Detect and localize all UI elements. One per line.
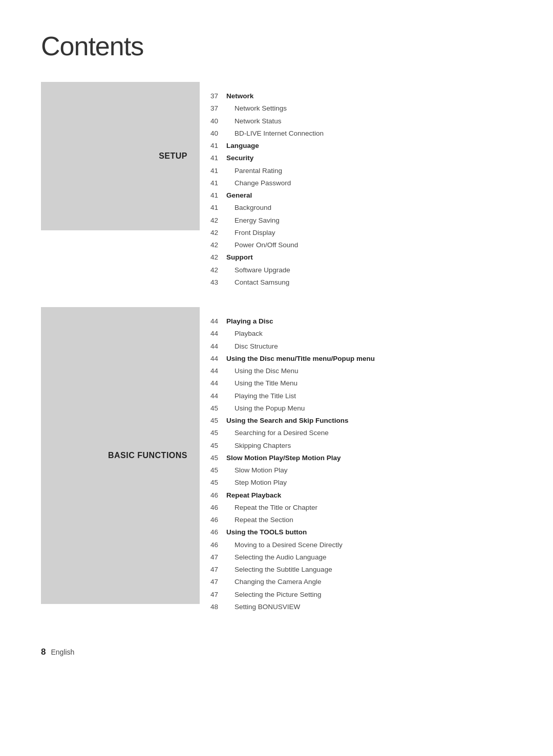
toc-text: Network Status xyxy=(226,116,282,126)
toc-content-basic-functions: 44Playing a Disc44Playback44Disc Structu… xyxy=(200,307,512,621)
toc-text: Selecting the Audio Language xyxy=(226,552,326,563)
toc-text: Step Motion Play xyxy=(226,478,287,488)
toc-entry: 46Repeat Playback xyxy=(200,489,512,502)
toc-number: 41 xyxy=(200,179,226,187)
toc-entry: 42Front Display xyxy=(200,227,512,239)
toc-entry: 44Playing a Disc xyxy=(200,315,512,328)
page-title: Contents xyxy=(41,31,512,61)
toc-number: 43 xyxy=(200,278,226,286)
toc-entry: 46Repeat the Title or Chapter xyxy=(200,502,512,514)
toc-text: Network xyxy=(226,91,253,101)
toc-entry: 37Network xyxy=(200,90,512,102)
toc-entry: 46Repeat the Section xyxy=(200,514,512,526)
toc-number: 46 xyxy=(200,516,226,524)
toc-entry: 44Using the Disc menu/Title menu/Popup m… xyxy=(200,353,512,365)
toc-number: 41 xyxy=(200,191,226,199)
toc-number: 44 xyxy=(200,367,226,375)
toc-text: Security xyxy=(226,153,253,163)
toc-number: 44 xyxy=(200,379,226,387)
toc-entry: 42Software Upgrade xyxy=(200,264,512,276)
toc-entry: 47Selecting the Picture Setting xyxy=(200,589,512,601)
section-label-setup: SETUP xyxy=(159,152,187,161)
toc-text: Skipping Chapters xyxy=(226,441,291,451)
toc-entry: 40BD-LIVE Internet Connection xyxy=(200,127,512,140)
toc-entry: 37Network Settings xyxy=(200,102,512,115)
toc-text: Using the Popup Menu xyxy=(226,403,305,414)
toc-entry: 41General xyxy=(200,189,512,202)
toc-number: 45 xyxy=(200,404,226,412)
toc-text: Disc Structure xyxy=(226,341,278,352)
toc-number: 47 xyxy=(200,553,226,561)
toc-number: 47 xyxy=(200,591,226,598)
toc-number: 45 xyxy=(200,454,226,462)
toc-number: 45 xyxy=(200,429,226,437)
toc-entry: 47Selecting the Audio Language xyxy=(200,551,512,564)
toc-text: Playing the Title List xyxy=(226,391,296,401)
toc-number: 41 xyxy=(200,142,226,149)
toc-number: 45 xyxy=(200,479,226,486)
toc-text: Language xyxy=(226,141,259,151)
toc-number: 46 xyxy=(200,491,226,499)
toc-entry: 41Background xyxy=(200,202,512,214)
toc-number: 45 xyxy=(200,442,226,449)
toc-entry: 45Using the Popup Menu xyxy=(200,402,512,415)
toc-entry: 41Parental Rating xyxy=(200,165,512,177)
toc-text: Changing the Camera Angle xyxy=(226,577,322,587)
toc-number: 37 xyxy=(200,104,226,112)
toc-number: 37 xyxy=(200,92,226,100)
toc-number: 40 xyxy=(200,117,226,125)
toc-text: General xyxy=(226,190,252,201)
toc-entry: 45Slow Motion Play xyxy=(200,464,512,477)
section-row-basic-functions: BASIC FUNCTIONS44Playing a Disc44Playbac… xyxy=(41,307,512,621)
toc-text: Searching for a Desired Scene xyxy=(226,428,329,438)
toc-number: 42 xyxy=(200,229,226,236)
toc-number: 41 xyxy=(200,204,226,211)
toc-text: Parental Rating xyxy=(226,166,282,176)
toc-text: Using the Disc menu/Title menu/Popup men… xyxy=(226,354,375,364)
toc-number: 46 xyxy=(200,528,226,536)
toc-text: Slow Motion Play/Step Motion Play xyxy=(226,453,341,463)
toc-text: Power On/Off Sound xyxy=(226,240,298,250)
toc-text: Setting BONUSVIEW xyxy=(226,602,300,612)
toc-text: Selecting the Subtitle Language xyxy=(226,565,332,575)
section-label-box-setup: SETUP xyxy=(41,82,200,230)
toc-entry: 47Changing the Camera Angle xyxy=(200,576,512,588)
toc-text: Network Settings xyxy=(226,103,287,114)
toc-entry: 44Using the Disc Menu xyxy=(200,365,512,377)
toc-entry: 45Step Motion Play xyxy=(200,477,512,489)
toc-text: Front Display xyxy=(226,228,275,238)
toc-text: Using the Search and Skip Functions xyxy=(226,416,349,426)
toc-entry: 42Power On/Off Sound xyxy=(200,239,512,251)
toc-entry: 45Searching for a Desired Scene xyxy=(200,427,512,439)
toc-text: Playback xyxy=(226,329,263,339)
toc-text: Using the Title Menu xyxy=(226,378,297,388)
toc-number: 44 xyxy=(200,392,226,400)
toc-number: 44 xyxy=(200,342,226,350)
toc-number: 47 xyxy=(200,578,226,586)
toc-number: 42 xyxy=(200,217,226,224)
toc-entry: 45Skipping Chapters xyxy=(200,440,512,452)
toc-text: Support xyxy=(226,252,253,263)
toc-text: Slow Motion Play xyxy=(226,465,288,476)
toc-text: Software Upgrade xyxy=(226,265,290,275)
toc-text: Repeat the Title or Chapter xyxy=(226,503,317,513)
toc-entry: 44Playing the Title List xyxy=(200,390,512,402)
toc-number: 42 xyxy=(200,241,226,249)
toc-number: 40 xyxy=(200,129,226,137)
toc-text: Change Password xyxy=(226,178,291,188)
toc-number: 48 xyxy=(200,603,226,611)
toc-text: Playing a Disc xyxy=(226,316,273,327)
toc-number: 47 xyxy=(200,566,226,573)
toc-entry: 44Playback xyxy=(200,328,512,340)
toc-number: 44 xyxy=(200,355,226,362)
toc-entry: 41Change Password xyxy=(200,177,512,189)
section-label-box-basic-functions: BASIC FUNCTIONS xyxy=(41,307,200,604)
toc-number: 46 xyxy=(200,541,226,549)
toc-number: 41 xyxy=(200,154,226,162)
toc-text: BD-LIVE Internet Connection xyxy=(226,128,324,139)
toc-number: 42 xyxy=(200,266,226,274)
toc-entry: 42Support xyxy=(200,251,512,264)
footer-page-number: 8 xyxy=(41,647,46,657)
toc-number: 44 xyxy=(200,330,226,337)
toc-text: Repeat the Section xyxy=(226,515,293,525)
